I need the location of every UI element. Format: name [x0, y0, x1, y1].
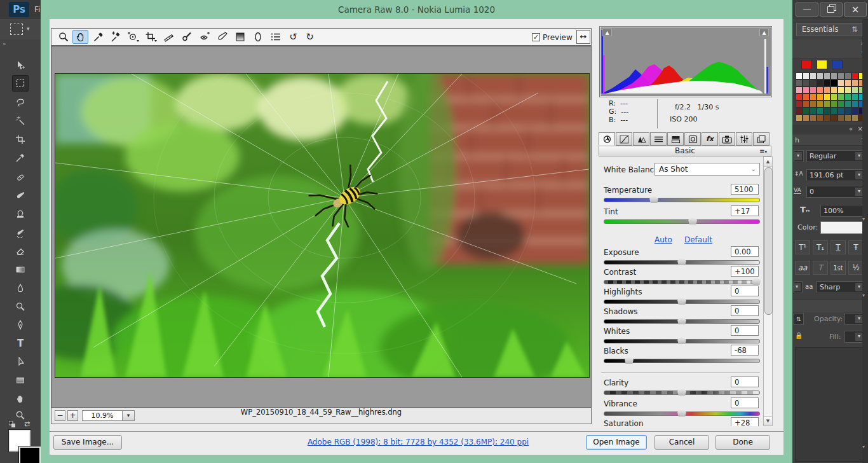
scroll-up-icon[interactable]: ▲: [764, 157, 772, 167]
swatch[interactable]: [817, 73, 824, 79]
swatch[interactable]: [837, 86, 844, 93]
tool-dodge[interactable]: [12, 298, 29, 315]
panel-menu-icon[interactable]: [862, 293, 865, 298]
tab-snapshots[interactable]: [753, 132, 770, 146]
rotate-right-button[interactable]: ↻: [302, 30, 318, 44]
tool-brush[interactable]: [12, 188, 29, 204]
color-sampler-tool[interactable]: [107, 30, 123, 44]
swatch[interactable]: [831, 93, 837, 100]
swatch[interactable]: [803, 114, 810, 121]
swatch[interactable]: [831, 100, 837, 107]
swatch[interactable]: [803, 93, 810, 100]
character-panel-tab[interactable]: h: [792, 135, 868, 146]
done-button[interactable]: Done: [715, 435, 770, 450]
radial-filter-tool[interactable]: [250, 30, 266, 44]
swatch[interactable]: [832, 60, 843, 69]
tool-move[interactable]: [12, 57, 29, 74]
slider-value-input[interactable]: 5100: [731, 184, 759, 195]
tool-gradient[interactable]: [12, 261, 29, 278]
swatch[interactable]: [851, 100, 858, 107]
swatch[interactable]: [824, 114, 831, 121]
slider-thumb[interactable]: [688, 217, 697, 225]
swatch[interactable]: [837, 114, 844, 121]
tool-blur[interactable]: [12, 280, 29, 296]
slider-track[interactable]: [604, 260, 760, 265]
swatch[interactable]: [796, 93, 803, 100]
white-balance-select[interactable]: As Shot ⌄: [654, 163, 760, 176]
panel-scrollbar[interactable]: ▲ ▼: [763, 156, 773, 426]
adjustment-brush-tool[interactable]: [214, 30, 230, 44]
minimize-button[interactable]: —: [796, 3, 818, 17]
zoom-out-button[interactable]: −: [55, 410, 65, 421]
swatch[interactable]: [824, 93, 831, 100]
slider-thumb[interactable]: [677, 388, 686, 396]
crop-tool[interactable]: [143, 30, 159, 44]
swatch[interactable]: [817, 107, 824, 114]
tool-path-selection[interactable]: [12, 354, 29, 370]
fullscreen-toggle-icon[interactable]: ↔: [576, 30, 590, 44]
tool-clone-stamp[interactable]: [12, 206, 29, 223]
swatch[interactable]: [837, 93, 844, 100]
workflow-options-link[interactable]: Adobe RGB (1998); 8 bit; 7728 by 4352 (3…: [240, 438, 596, 446]
slider-value-input[interactable]: +100: [731, 266, 759, 277]
swatch[interactable]: [810, 73, 817, 79]
hand-tool[interactable]: [72, 30, 88, 44]
slider-thumb[interactable]: [677, 317, 686, 324]
swatch[interactable]: [817, 93, 824, 100]
swatch[interactable]: [831, 114, 837, 121]
slider-thumb[interactable]: [677, 336, 686, 344]
image-canvas[interactable]: [51, 46, 592, 408]
swatch[interactable]: [803, 100, 810, 107]
swatch[interactable]: [810, 86, 817, 93]
collapse-toolbar-icon[interactable]: »: [3, 41, 6, 47]
panel-menu-icon[interactable]: ≡▾: [759, 146, 767, 157]
shadow-clipping-warning-icon[interactable]: ▲: [602, 29, 612, 36]
swatch[interactable]: [817, 79, 824, 86]
swatch[interactable]: [844, 73, 851, 79]
cancel-button[interactable]: Cancel: [654, 435, 709, 450]
slider-track[interactable]: [604, 319, 760, 324]
swatch[interactable]: [851, 86, 858, 93]
tracking-select[interactable]: 0: [806, 186, 865, 198]
slider-value-input[interactable]: +17: [731, 205, 759, 216]
swatch[interactable]: [824, 107, 831, 114]
spot-removal-tool[interactable]: [179, 30, 194, 44]
graduated-filter-tool[interactable]: [232, 30, 248, 44]
tab-lens-corrections[interactable]: [684, 132, 701, 146]
tool-lasso[interactable]: [12, 94, 29, 111]
faux-italic-button[interactable]: T: [813, 261, 828, 275]
tool-rectangle-shape[interactable]: [12, 372, 29, 389]
fractions-button[interactable]: ½: [848, 261, 864, 275]
tab-detail[interactable]: [633, 132, 649, 146]
tool-history-brush[interactable]: [12, 225, 29, 241]
swatch[interactable]: [844, 86, 851, 93]
slider-track[interactable]: [604, 339, 760, 343]
red-eye-removal-tool[interactable]: [196, 30, 212, 44]
superscript-button[interactable]: T¹: [795, 240, 810, 254]
white-balance-tool[interactable]: [90, 30, 106, 44]
open-image-button[interactable]: Open Image: [586, 435, 647, 450]
slider-value-input[interactable]: -68: [731, 345, 759, 356]
swatch[interactable]: [837, 107, 844, 114]
swatch[interactable]: [796, 107, 803, 114]
slider-thumb[interactable]: [677, 258, 686, 265]
font-family-select-partial[interactable]: [794, 150, 804, 162]
swatch[interactable]: [831, 79, 837, 86]
swap-colors-icon[interactable]: ⇄: [24, 420, 30, 428]
swatch[interactable]: [851, 93, 858, 100]
zoom-level-value[interactable]: 10.9%: [82, 410, 123, 421]
swatch[interactable]: [796, 86, 803, 93]
slider-track[interactable]: [604, 280, 760, 284]
slider-value-input[interactable]: +28: [731, 417, 759, 426]
photo-preview[interactable]: [55, 73, 590, 378]
marquee-tool-icon[interactable]: [10, 24, 23, 35]
swatch[interactable]: [824, 86, 831, 93]
tool-rectangular-marquee[interactable]: [12, 75, 29, 92]
tool-eraser[interactable]: [12, 243, 29, 259]
tool-pen[interactable]: [12, 317, 29, 333]
tab-effects[interactable]: fx: [702, 132, 718, 146]
tool-spot-healing-brush[interactable]: [12, 169, 29, 186]
slider-track[interactable]: [604, 198, 760, 202]
swatch[interactable]: [851, 107, 858, 114]
tab-presets[interactable]: [736, 132, 752, 146]
